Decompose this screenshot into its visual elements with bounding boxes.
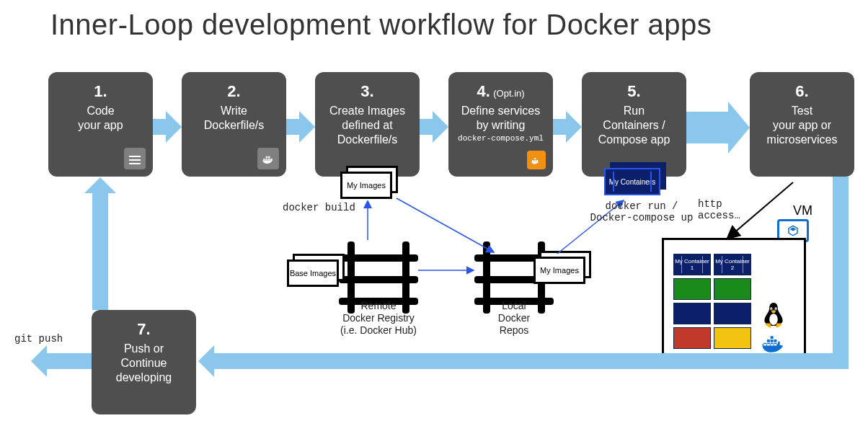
- arrow-1-2: [151, 119, 166, 135]
- linux-icon: [761, 303, 786, 334]
- step-5-run-containers: 5. Run Containers / Compose app: [582, 72, 686, 177]
- step-label: Push or Continue developing: [99, 342, 189, 385]
- vm-block-green-b: [714, 278, 751, 300]
- vm-block-navy-a: [673, 303, 711, 324]
- diagram-title: Inner-Loop development workflow for Dock…: [50, 9, 712, 41]
- document-icon: [124, 148, 146, 169]
- svg-point-7: [771, 309, 772, 310]
- arrow-3-4: [418, 119, 433, 135]
- arrow-7-to-1: [92, 193, 108, 310]
- arrow-down-6: [833, 177, 849, 360]
- git-push-label: git push: [14, 333, 63, 345]
- step-label: Write Dockerfile/s: [189, 104, 279, 133]
- vm-block-green-a: [673, 278, 711, 300]
- step-3-create-images: 3. Create Images defined at Dockerfile/s: [315, 72, 420, 177]
- step-num: 3.: [322, 82, 412, 101]
- step-label: Code your app: [56, 104, 146, 133]
- step-label: Create Images defined at Dockerfile/s: [322, 104, 412, 147]
- step-1-code: 1. Code your app: [48, 72, 153, 177]
- step-4-define-services: 4. (Opt.in) Define services by writing d…: [448, 72, 553, 177]
- vm-block-navy-b: [714, 303, 751, 324]
- arrow-git-push: [47, 353, 92, 369]
- step-num: 1.: [56, 82, 146, 101]
- compose-icon: [527, 151, 546, 169]
- step-label: Test your app or microservices: [757, 104, 847, 147]
- vm-label: VM: [793, 203, 812, 218]
- step-optin: (Opt.in): [493, 88, 524, 99]
- vm-container-2: My Container 2: [714, 254, 751, 275]
- arrow-6-to-7: [214, 353, 849, 369]
- step-num: 6.: [757, 82, 847, 101]
- arrow-4-5: [552, 119, 566, 135]
- step-num: 5.: [589, 82, 679, 101]
- arrow-2-3: [285, 119, 299, 135]
- arrow-5-6: [685, 112, 728, 143]
- step-num: 4.: [477, 82, 490, 100]
- vm-block-red: [673, 327, 711, 349]
- step-label: Define services by writing: [456, 104, 546, 133]
- step-6-test: 6. Test your app or microservices: [750, 72, 854, 177]
- step-sublabel: docker-compose.yml: [456, 134, 546, 143]
- docker-build-label: docker build: [283, 202, 355, 213]
- step-num: 2.: [189, 82, 279, 101]
- remote-registry-label: Remote Docker Registry (i.e. Docker Hub): [332, 300, 425, 336]
- step-label: Run Containers / Compose app: [589, 104, 679, 147]
- http-access-label: http access…: [698, 198, 740, 221]
- local-repos-label: Local Docker Repos: [482, 300, 546, 336]
- vm-block-yellow: [714, 327, 751, 349]
- svg-point-9: [769, 314, 778, 325]
- docker-run-label: docker run / Docker-compose up: [584, 200, 699, 223]
- step-num: 7.: [99, 320, 189, 339]
- step-7-push: 7. Push or Continue developing: [92, 310, 196, 414]
- svg-point-8: [775, 309, 776, 310]
- arrow-registry-to-local: [415, 263, 479, 278]
- arrow-build-up: [360, 200, 375, 244]
- dockerfile-icon: [257, 148, 279, 169]
- step-2-dockerfile: 2. Write Dockerfile/s: [182, 72, 286, 177]
- vm-container-1: My Container 1: [673, 254, 711, 275]
